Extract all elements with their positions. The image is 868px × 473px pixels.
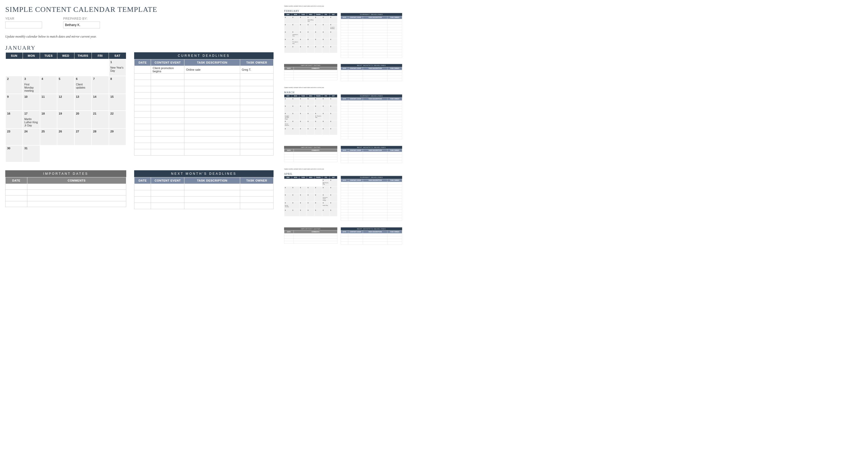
table-cell[interactable] [363,188,388,190]
table-cell[interactable] [388,136,402,139]
calendar-cell[interactable]: X [322,128,330,135]
table-cell[interactable] [348,111,363,114]
table-cell[interactable] [348,41,363,44]
table-cell[interactable] [284,241,293,244]
table-cell[interactable] [363,155,388,158]
calendar-cell[interactable]: 3First Monday meeting [23,76,40,94]
table-cell[interactable] [388,114,402,117]
calendar-cell[interactable]: 25 [40,129,57,145]
calendar-cell[interactable]: X [307,120,315,128]
calendar-cell[interactable] [292,216,299,224]
calendar-cell[interactable]: X [284,16,292,23]
calendar-cell[interactable] [322,216,330,224]
table-cell[interactable] [341,242,348,245]
calendar-cell[interactable]: X [292,194,299,202]
table-cell[interactable] [388,210,402,212]
table-cell[interactable] [388,152,402,155]
calendar-cell[interactable]: 30 [5,145,23,162]
table-cell[interactable] [341,158,348,160]
table-cell[interactable] [134,111,151,118]
table-cell[interactable] [240,111,274,118]
table-cell[interactable] [240,143,274,149]
calendar-cell[interactable]: X [322,112,330,120]
table-cell[interactable] [184,190,240,197]
table-cell[interactable] [363,70,388,73]
table-cell[interactable] [348,78,363,81]
calendar-cell[interactable]: X [322,23,330,31]
table-cell[interactable] [341,188,348,190]
table-cell[interactable] [363,136,388,139]
calendar-cell[interactable]: X [284,38,292,45]
calendar-cell[interactable]: X [315,186,322,194]
table-cell[interactable] [184,118,240,124]
table-cell[interactable] [348,55,363,58]
table-cell[interactable] [388,207,402,210]
table-cell[interactable] [363,22,388,25]
table-cell[interactable] [134,93,151,99]
table-cell[interactable] [5,190,27,196]
table-cell[interactable] [240,197,274,203]
table-cell[interactable] [134,86,151,93]
calendar-cell[interactable]: X [330,179,337,186]
table-cell[interactable] [294,157,338,160]
table-cell[interactable] [184,86,240,93]
table-cell[interactable] [363,47,388,50]
calendar-cell[interactable]: X [299,120,307,128]
calendar-cell[interactable]: X [299,202,307,209]
calendar-cell[interactable]: X [299,194,307,202]
table-cell[interactable] [363,41,388,44]
table-cell[interactable] [341,111,348,114]
calendar-cell[interactable]: X [292,186,299,194]
table-cell[interactable] [363,160,388,163]
table-cell[interactable] [134,184,151,190]
table-cell[interactable] [388,215,402,218]
table-cell[interactable] [5,201,27,207]
table-cell[interactable] [284,70,293,72]
calendar-cell[interactable]: X [284,105,292,112]
table-cell[interactable] [341,218,348,221]
table-cell[interactable] [341,49,348,52]
calendar-cell[interactable]: 12 [57,94,74,111]
table-cell[interactable] [240,74,274,80]
table-cell[interactable] [151,190,184,197]
table-cell[interactable] [388,239,402,242]
table-cell[interactable] [388,188,402,190]
table-cell[interactable] [341,27,348,30]
calendar-cell[interactable]: X [330,31,337,38]
table-cell[interactable] [363,36,388,39]
table-cell[interactable] [388,41,402,44]
table-cell[interactable] [341,38,348,41]
table-cell[interactable] [363,25,388,27]
table-cell[interactable] [240,130,274,137]
table-cell[interactable] [348,239,363,242]
calendar-cell[interactable]: X [330,128,337,135]
table-cell[interactable] [341,215,348,218]
table-cell[interactable] [363,78,388,81]
table-cell[interactable] [388,128,402,131]
calendar-cell[interactable]: X [322,105,330,112]
table-cell[interactable] [363,19,388,22]
table-cell[interactable] [348,52,363,55]
table-cell[interactable] [184,184,240,190]
calendar-cell[interactable] [57,145,74,162]
table-cell[interactable] [388,44,402,47]
calendar-cell[interactable]: X [330,38,337,45]
table-cell[interactable] [5,184,27,190]
calendar-cell[interactable] [92,145,108,162]
table-cell[interactable] [388,70,402,73]
calendar-cell[interactable] [307,53,315,61]
calendar-cell[interactable]: X [322,209,330,216]
calendar-cell[interactable]: X [284,128,292,135]
table-cell[interactable] [348,44,363,47]
calendar-cell[interactable]: X [299,112,307,120]
table-cell[interactable] [348,70,363,73]
calendar-cell[interactable]: X [315,128,322,135]
calendar-cell[interactable]: XPassover Good Friday [322,194,330,202]
calendar-cell[interactable] [315,53,322,61]
table-cell[interactable] [388,233,402,236]
calendar-cell[interactable] [330,53,337,61]
table-cell[interactable] [363,193,388,196]
calendar-cell[interactable]: XVernal Equinox [284,120,292,128]
calendar-cell[interactable]: X [330,105,337,112]
table-cell[interactable] [348,218,363,221]
